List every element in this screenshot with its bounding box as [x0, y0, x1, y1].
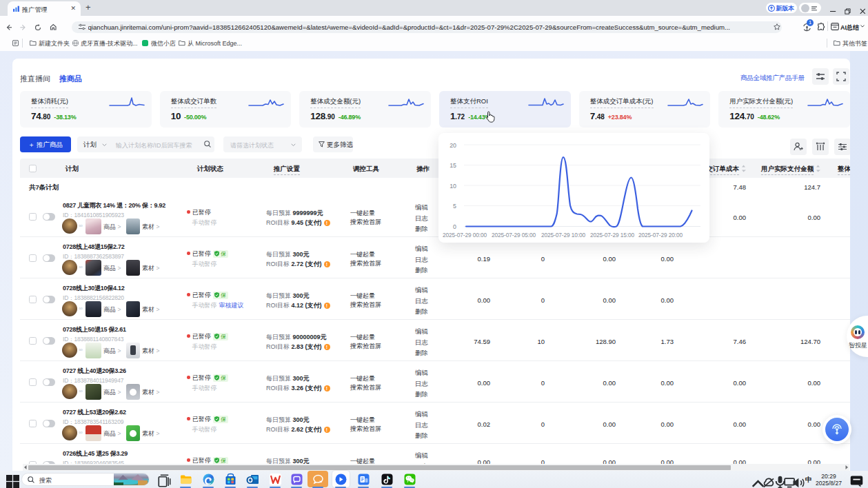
svg-text:2025-07-29 20:00: 2025-07-29 20:00 — [638, 232, 683, 238]
svg-text:2025-07-29 00:00: 2025-07-29 00:00 — [443, 232, 487, 238]
svg-text:20: 20 — [450, 142, 456, 149]
svg-text:2025-07-29 15:00: 2025-07-29 15:00 — [590, 232, 634, 238]
svg-text:0: 0 — [453, 223, 456, 230]
svg-text:2025-07-29 10:00: 2025-07-29 10:00 — [541, 232, 585, 238]
svg-text:10: 10 — [450, 183, 456, 190]
svg-text:15: 15 — [450, 162, 456, 169]
svg-text:2025-07-29 05:00: 2025-07-29 05:00 — [492, 232, 536, 238]
svg-text:5: 5 — [453, 203, 456, 210]
